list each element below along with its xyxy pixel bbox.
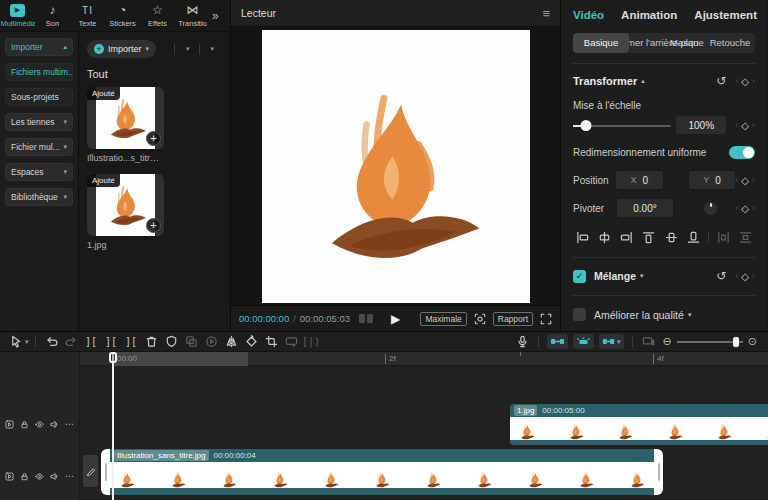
zoom-out-icon[interactable]: ⊖	[663, 335, 672, 348]
sidebar-item-fichier-mul[interactable]: Fichier mul... ▾	[5, 138, 73, 156]
media-item-illustration[interactable]: Ajouté + Illustratio...s_titre.jpg	[87, 87, 164, 163]
rotate-icon[interactable]	[242, 333, 261, 351]
keyframe-diamond-icon[interactable]: ◇	[741, 203, 749, 214]
zoom-slider-thumb[interactable]	[733, 337, 739, 347]
tab-ajustement[interactable]: Ajustement	[694, 9, 757, 21]
tab-stickers[interactable]: ◔ Stickers	[105, 0, 140, 31]
clip-right-trim-handle[interactable]	[654, 449, 663, 495]
tab-transition[interactable]: ⋈ Transitio	[175, 0, 210, 31]
next-keyframe-icon[interactable]: ›	[752, 271, 755, 281]
position-y-field[interactable]: Y 0	[689, 171, 736, 189]
scale-slider[interactable]	[573, 120, 671, 131]
player-menu-icon[interactable]: ≡	[542, 6, 550, 21]
prev-keyframe-icon[interactable]: ‹	[735, 271, 738, 281]
timeline-zoom-slider[interactable]	[677, 336, 743, 348]
more-options-icon[interactable]: ⋯	[65, 419, 75, 429]
subtab-retouche[interactable]: Retouche	[705, 33, 755, 53]
sidebar-item-espaces[interactable]: Espaces ▾	[5, 163, 73, 181]
prev-keyframe-icon[interactable]: ‹	[735, 120, 738, 130]
tab-effets[interactable]: ☆ Effets	[140, 0, 175, 31]
keyframe-diamond-icon[interactable]: ◇	[741, 76, 749, 87]
eye-icon[interactable]	[35, 471, 44, 482]
zoom-fit-icon[interactable]: ⊙	[748, 335, 757, 348]
blend-checkbox[interactable]: ✓	[573, 270, 586, 283]
playhead-cap[interactable]	[109, 352, 117, 363]
next-keyframe-icon[interactable]: ›	[752, 203, 755, 213]
rotation-dial[interactable]	[703, 201, 718, 216]
more-options-icon[interactable]: ⋯	[65, 471, 75, 481]
split-right-icon[interactable]: ][	[122, 333, 141, 351]
prev-keyframe-icon[interactable]: ‹	[735, 76, 738, 86]
add-to-timeline-button[interactable]: +	[146, 218, 161, 233]
align-bottom-icon[interactable]	[684, 229, 703, 245]
keyframe-diamond-icon[interactable]: ◇	[741, 271, 749, 282]
reset-transform-icon[interactable]: ↺	[716, 74, 726, 88]
split-left-icon[interactable]: ][	[82, 333, 101, 351]
clip-illustration-selected[interactable]: Illustration_sans_titre.jpg 00:00:00:04	[101, 449, 663, 495]
speaker-icon[interactable]	[50, 471, 59, 482]
draw-edit-button[interactable]	[83, 455, 98, 487]
caption-icon[interactable]	[282, 333, 301, 351]
linking-toggle[interactable]: ▾	[599, 334, 624, 349]
distribute-vertical-icon[interactable]	[736, 229, 755, 245]
lock-icon[interactable]	[20, 419, 29, 430]
eye-icon[interactable]	[35, 419, 44, 430]
filter-icon[interactable]: ▾	[209, 45, 215, 53]
keyframe-diamond-icon[interactable]: ◇	[741, 175, 749, 186]
tab-multimedia[interactable]: ▶ Multimédia	[0, 0, 35, 31]
align-left-icon[interactable]	[573, 229, 592, 245]
enhance-quality-checkbox[interactable]: ✓	[573, 308, 586, 321]
overlay-icon[interactable]	[182, 333, 201, 351]
chevron-down-icon[interactable]: ▾	[640, 272, 644, 280]
subtab-basique[interactable]: Basique	[573, 33, 629, 53]
tabbar-overflow-icon[interactable]: »	[212, 9, 219, 23]
select-tool-icon[interactable]	[7, 333, 26, 351]
delete-icon[interactable]	[142, 333, 161, 351]
ratio-button[interactable]: Rapport	[493, 312, 533, 326]
sidebar-item-fichiers-multimedia[interactable]: Fichiers multim...	[5, 63, 73, 81]
sidebar-item-bibliotheque[interactable]: Bibliothèque ▾	[5, 188, 73, 206]
reset-blend-icon[interactable]: ↺	[716, 269, 726, 283]
collapse-icon[interactable]: ▴	[641, 77, 645, 85]
tab-video[interactable]: Vidéo	[573, 9, 604, 21]
align-center-horizontal-icon[interactable]	[595, 229, 614, 245]
select-tool-chevron-icon[interactable]: ▾	[25, 338, 29, 346]
clip-left-trim-handle[interactable]	[101, 449, 110, 495]
freeze-frame-icon[interactable]	[202, 333, 221, 351]
preview-axis-icon[interactable]	[639, 333, 658, 351]
chevron-down-icon[interactable]: ▾	[688, 311, 692, 319]
speaker-icon[interactable]	[50, 419, 59, 430]
rotate-value-field[interactable]: 0.00°	[617, 199, 673, 217]
timeline-ruler[interactable]: 00:00 2f 4f	[80, 352, 768, 366]
align-right-icon[interactable]	[617, 229, 636, 245]
tab-son[interactable]: ♪ Son	[35, 0, 70, 31]
add-to-timeline-button[interactable]: +	[146, 131, 161, 146]
scale-value[interactable]: 100%	[676, 116, 726, 134]
sidebar-item-les-tiennes[interactable]: Les tiennes ▾	[5, 113, 73, 131]
media-item-1jpg[interactable]: Ajouté + 1.jpg	[87, 174, 164, 250]
subtab-supprimer-arriere-plan[interactable]: Supprimer l'arrière-plan	[629, 33, 669, 53]
sidebar-importer[interactable]: Importer ▴	[5, 38, 73, 56]
magnetic-snap-toggle[interactable]	[547, 334, 568, 349]
preview-canvas[interactable]	[262, 30, 530, 303]
quality-button[interactable]: Maximale	[420, 312, 466, 326]
position-x-field[interactable]: X 0	[616, 171, 663, 189]
lock-icon[interactable]	[20, 471, 29, 482]
align-middle-icon[interactable]	[662, 229, 681, 245]
import-button[interactable]: + Importer ▾	[87, 40, 156, 58]
next-keyframe-icon[interactable]: ›	[752, 175, 755, 185]
redo-icon[interactable]	[62, 333, 81, 351]
split-icon[interactable]: ][	[102, 333, 121, 351]
mask-shield-icon[interactable]	[162, 333, 181, 351]
sidebar-item-sous-projets[interactable]: Sous-projets	[5, 88, 73, 106]
audio-split-icon[interactable]: [|)	[302, 333, 321, 351]
next-keyframe-icon[interactable]: ›	[752, 76, 755, 86]
undo-icon[interactable]	[42, 333, 61, 351]
tab-animation[interactable]: Animation	[621, 9, 677, 21]
frame-step-icon[interactable]	[359, 314, 373, 323]
fullscreen-icon[interactable]	[540, 313, 552, 325]
clip-1jpg[interactable]: 1.jpg 00:00:05:00	[510, 404, 768, 445]
sort-icon[interactable]: ▾	[184, 45, 190, 53]
play-button[interactable]: ▶	[391, 312, 400, 326]
record-voiceover-icon[interactable]	[513, 333, 532, 351]
